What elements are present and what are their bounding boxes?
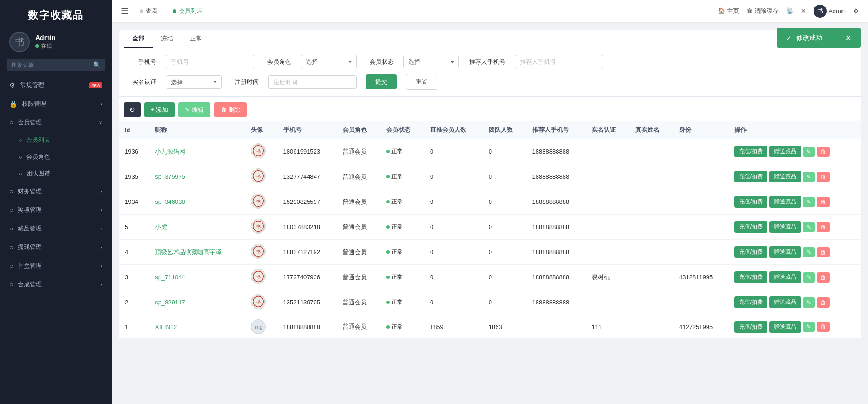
delete-row-button[interactable]: 🗑 [817,272,830,283]
tab-normal[interactable]: 正常 [182,30,210,48]
cell-id: 1934 [119,189,149,215]
charge-button[interactable]: 充值/扣费 [734,146,767,157]
cell-team: 1863 [483,315,527,339]
cell-role: 普通会员 [337,189,381,215]
sidebar-item-blindbox[interactable]: ○ 盲盒管理 › [0,256,112,275]
gift-button[interactable]: 赠送藏品 [769,196,801,208]
delete-row-button[interactable]: 🗑 [817,147,830,157]
cell-truename [630,189,673,215]
gift-button[interactable]: 赠送藏品 [769,246,801,258]
sidebar-item-collections[interactable]: ○ 藏品管理 › [0,219,112,238]
edit-row-button[interactable]: ✎ [803,297,815,308]
sidebar-item-permission[interactable]: 🔒 权限管理 › [0,94,112,113]
cell-avatar: 书 [245,240,277,265]
search-input[interactable] [11,62,90,68]
gift-button[interactable]: 赠送藏品 [769,296,801,308]
circle-icon: ○ [9,206,13,214]
page-content: ✓ 修改成功 ✕ 全部 冻结 正常 手机号 会员角色 选择 会员状态 选择 [112,22,868,404]
edit-row-button[interactable]: ✎ [803,322,815,332]
delete-row-button[interactable]: 🗑 [817,222,830,232]
circle-icon: ○ [19,154,22,161]
toast-close-button[interactable]: ✕ [845,34,851,42]
gift-button[interactable]: 赠送藏品 [769,221,801,233]
sidebar-item-award[interactable]: ○ 奖项管理 › [0,201,112,219]
charge-button[interactable]: 充值/扣费 [734,171,767,182]
refresh-button[interactable]: ↻ [124,102,141,117]
hamburger-icon[interactable]: ☰ [121,6,128,16]
cell-role: 普通会员 [337,215,381,240]
add-button[interactable]: + 添加 [144,102,175,117]
referrer-input[interactable] [515,55,603,68]
admin-user[interactable]: 书 Admin [814,5,846,18]
charge-button[interactable]: 充值/扣费 [734,246,767,258]
cell-avatar: 书 [245,265,277,290]
tab-frozen[interactable]: 冻结 [153,30,182,48]
delete-row-button[interactable]: 🗑 [817,247,830,257]
edit-row-button[interactable]: ✎ [803,247,815,257]
gift-button[interactable]: 赠送藏品 [769,271,801,283]
sidebar-search[interactable]: 🔍 [7,59,105,71]
sidebar-item-synthesis[interactable]: ○ 合成管理 › [0,275,112,294]
cell-name: XILIN12 [149,315,245,339]
role-select[interactable]: 选择 [301,55,357,68]
settings-button[interactable]: ⚙ [853,7,859,14]
reset-button[interactable]: 重置 [406,74,437,90]
broadcast-icon[interactable]: 📡 [786,7,794,14]
sidebar-item-finance[interactable]: ○ 财务管理 › [0,182,112,201]
col-name: 昵称 [149,121,245,139]
tab-all[interactable]: 全部 [124,30,153,48]
tab-member-list[interactable]: 会员列表 [169,7,207,15]
status-select[interactable]: 选择 [403,55,459,68]
edit-row-button[interactable]: ✎ [803,147,815,157]
edit-row-button[interactable]: ✎ [803,172,815,182]
table-row: 2 sp_829117 书 13521139705 普通会员 正常 0 0 18… [119,290,861,315]
home-icon: 🏠 [718,7,725,14]
edit-row-button[interactable]: ✎ [803,197,815,207]
charge-button[interactable]: 充值/扣费 [734,221,767,233]
gift-button[interactable]: 赠送藏品 [769,171,801,182]
table-row: 1934 sp_346038 书 15290825597 普通会员 正常 0 0… [119,189,861,215]
regtime-input[interactable] [268,75,357,89]
delete-row-button[interactable]: 🗑 [817,172,830,182]
charge-button[interactable]: 充值/扣费 [734,271,767,283]
sidebar-item-member-list[interactable]: ○ 会员列表 [0,132,112,148]
gift-button[interactable]: 赠送藏品 [769,321,801,333]
cell-avatar: 书 [245,164,277,189]
cell-realname [586,240,630,265]
table-row: 5 小虎 书 18037883218 普通会员 正常 0 0 188888888… [119,215,861,240]
cell-referrer: 18888888888 [527,139,586,164]
sidebar-item-member-role[interactable]: ○ 会员角色 [0,148,112,165]
delete-row-button[interactable]: 🗑 [817,322,830,332]
edit-button[interactable]: ✎ 编辑 [178,102,210,117]
circle-icon: ○ [19,137,22,144]
phone-input[interactable] [166,55,254,68]
charge-button[interactable]: 充值/扣费 [734,321,767,333]
home-link[interactable]: 🏠 主页 [718,7,739,15]
delete-row-button[interactable]: 🗑 [817,197,830,207]
edit-row-button[interactable]: ✎ [803,222,815,232]
gear-icon: ⚙ [9,81,15,89]
cell-direct: 0 [424,290,483,315]
delete-row-button[interactable]: 🗑 [817,297,830,308]
edit-row-button[interactable]: ✎ [803,272,815,283]
cell-status: 正常 [381,189,424,215]
tab-view[interactable]: 查看 [136,7,161,15]
cell-name: sp_711044 [149,265,245,290]
cell-team: 0 [483,164,527,189]
gift-button[interactable]: 赠送藏品 [769,146,801,157]
cell-team: 0 [483,290,527,315]
close-button[interactable]: ✕ [801,7,806,14]
delete-button[interactable]: 🗑 删除 [214,102,247,117]
charge-button[interactable]: 充值/扣费 [734,196,767,208]
submit-button[interactable]: 提交 [366,74,397,89]
cell-phone: 13521139705 [278,290,337,315]
charge-button[interactable]: 充值/扣费 [734,296,767,308]
cell-status: 正常 [381,164,424,189]
sidebar-item-team[interactable]: ○ 团队图谱 [0,165,112,182]
status-label: 会员状态 [366,58,394,66]
sidebar-item-withdraw[interactable]: ○ 提现管理 › [0,238,112,256]
realname-select[interactable]: 选择 [166,75,222,89]
sidebar-item-member[interactable]: ○ 会员管理 ∨ [0,113,112,132]
clear-cache-button[interactable]: 🗑 清除缓存 [747,7,779,15]
sidebar-item-general[interactable]: ⚙ 常规管理 new [0,76,112,94]
